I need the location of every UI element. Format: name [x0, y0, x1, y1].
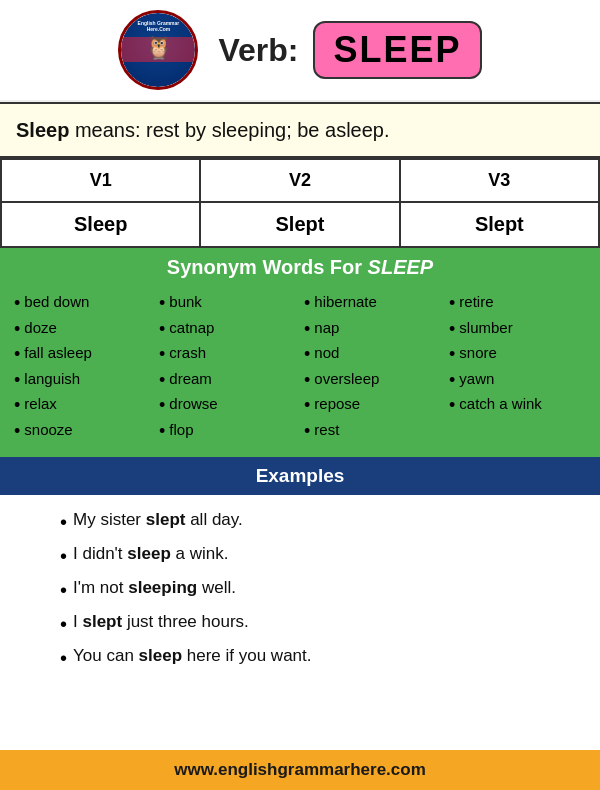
bullet-icon: •	[60, 612, 67, 636]
synonym-word: doze	[24, 319, 57, 336]
synonym-col-1: •bed down•doze•fall asleep•languish•rela…	[10, 291, 155, 445]
synonym-item: •bunk	[159, 291, 296, 317]
bullet-icon: •	[14, 395, 20, 417]
verb-label: Verb:	[218, 32, 298, 69]
bullet-icon: •	[449, 344, 455, 366]
synonym-word: flop	[169, 421, 193, 438]
synonym-heading-pre: Synonym Words For	[167, 256, 368, 278]
synonym-item: •fall asleep	[14, 342, 151, 368]
synonym-heading: Synonym Words For SLEEP	[0, 248, 600, 287]
bullet-icon: •	[159, 370, 165, 392]
example-item: •I slept just three hours.	[60, 607, 580, 641]
verb-table-row: Sleep Slept Slept	[1, 202, 599, 247]
synonym-item: •dream	[159, 368, 296, 394]
logo-text: English Grammar Here.Com	[121, 21, 195, 32]
synonym-col-3: •hibernate•nap•nod•oversleep•repose•rest	[300, 291, 445, 445]
synonym-item: •snore	[449, 342, 586, 368]
bullet-icon: •	[14, 319, 20, 341]
synonym-col-4: •retire•slumber•snore•yawn•catch a wink	[445, 291, 590, 445]
synonym-item: •catch a wink	[449, 393, 586, 419]
synonym-item: •yawn	[449, 368, 586, 394]
bullet-icon: •	[60, 646, 67, 670]
synonym-item: •snooze	[14, 419, 151, 445]
synonym-item: •catnap	[159, 317, 296, 343]
bullet-icon: •	[14, 370, 20, 392]
bullet-icon: •	[159, 319, 165, 341]
bullet-icon: •	[159, 293, 165, 315]
bullet-icon: •	[159, 395, 165, 417]
title-area: Verb: SLEEP	[218, 21, 481, 79]
synonym-item: •flop	[159, 419, 296, 445]
v3-value: Slept	[400, 202, 599, 247]
bullet-icon: •	[449, 370, 455, 392]
bullet-icon: •	[60, 578, 67, 602]
page-header: English Grammar Here.Com 🦉 Verb: SLEEP	[0, 0, 600, 102]
sleep-badge: SLEEP	[313, 21, 481, 79]
synonym-item: •drowse	[159, 393, 296, 419]
example-item: •I didn't sleep a wink.	[60, 539, 580, 573]
example-bold: slept	[146, 510, 186, 529]
bullet-icon: •	[304, 319, 310, 341]
definition-text: means: rest by sleeping; be asleep.	[69, 119, 389, 141]
synonym-word: oversleep	[314, 370, 379, 387]
examples-body: •My sister slept all day.•I didn't sleep…	[0, 495, 600, 689]
synonym-word: drowse	[169, 395, 217, 412]
synonym-item: •nod	[304, 342, 441, 368]
v1-header: V1	[1, 159, 200, 202]
footer-url: www.englishgrammarhere.com	[174, 760, 426, 779]
synonym-word: catch a wink	[459, 395, 542, 412]
examples-header: Examples	[0, 457, 600, 495]
bullet-icon: •	[14, 293, 20, 315]
example-bold: slept	[82, 612, 122, 631]
bullet-icon: •	[304, 421, 310, 443]
bullet-icon: •	[60, 544, 67, 568]
definition-bold: Sleep	[16, 119, 69, 141]
synonym-item: •oversleep	[304, 368, 441, 394]
example-text: My sister slept all day.	[73, 510, 243, 530]
synonym-item: •languish	[14, 368, 151, 394]
bullet-icon: •	[304, 395, 310, 417]
synonym-word: slumber	[459, 319, 512, 336]
bullet-icon: •	[14, 344, 20, 366]
synonym-word: relax	[24, 395, 57, 412]
synonym-item: •relax	[14, 393, 151, 419]
bullet-icon: •	[449, 395, 455, 417]
bullet-icon: •	[14, 421, 20, 443]
synonym-item: •nap	[304, 317, 441, 343]
definition-box: Sleep means: rest by sleeping; be asleep…	[0, 102, 600, 158]
synonym-item: •doze	[14, 317, 151, 343]
v2-value: Slept	[200, 202, 399, 247]
synonym-word: fall asleep	[24, 344, 92, 361]
v3-header: V3	[400, 159, 599, 202]
synonym-word: catnap	[169, 319, 214, 336]
example-text: I slept just three hours.	[73, 612, 249, 632]
synonym-word: dream	[169, 370, 212, 387]
synonym-word: crash	[169, 344, 206, 361]
bullet-icon: •	[304, 293, 310, 315]
example-bold: sleep	[139, 646, 182, 665]
bullet-icon: •	[159, 421, 165, 443]
example-item: •You can sleep here if you want.	[60, 641, 580, 675]
example-item: •My sister slept all day.	[60, 505, 580, 539]
synonym-word: yawn	[459, 370, 494, 387]
footer: www.englishgrammarhere.com	[0, 750, 600, 790]
synonym-word: nod	[314, 344, 339, 361]
synonym-word: snore	[459, 344, 497, 361]
example-text: You can sleep here if you want.	[73, 646, 312, 666]
synonym-word: bunk	[169, 293, 202, 310]
synonym-item: •hibernate	[304, 291, 441, 317]
synonym-item: •repose	[304, 393, 441, 419]
sleep-word: SLEEP	[333, 29, 461, 70]
example-text: I didn't sleep a wink.	[73, 544, 228, 564]
v2-header: V2	[200, 159, 399, 202]
verb-table: V1 V2 V3 Sleep Slept Slept	[0, 158, 600, 248]
bullet-icon: •	[449, 319, 455, 341]
synonym-item: •slumber	[449, 317, 586, 343]
synonym-word: nap	[314, 319, 339, 336]
synonym-word: bed down	[24, 293, 89, 310]
logo-owl-icon: 🦉	[145, 35, 172, 61]
synonym-heading-bold: SLEEP	[368, 256, 434, 278]
bullet-icon: •	[159, 344, 165, 366]
example-bold: sleeping	[128, 578, 197, 597]
v1-value: Sleep	[1, 202, 200, 247]
